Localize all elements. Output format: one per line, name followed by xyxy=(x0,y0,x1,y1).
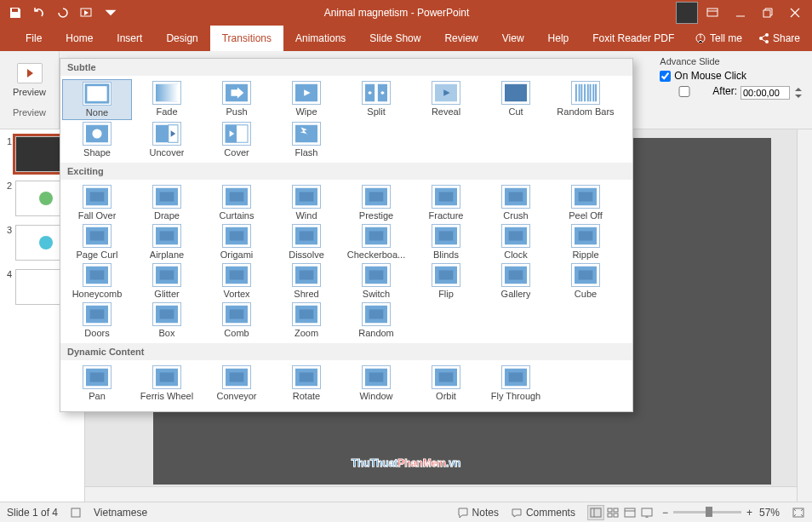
tab-transitions[interactable]: Transitions xyxy=(210,26,283,51)
tab-view[interactable]: View xyxy=(490,26,536,51)
transition-clock[interactable]: Clock xyxy=(481,222,551,261)
slideshow-button[interactable] xyxy=(638,505,655,520)
transition-cube[interactable]: Cube xyxy=(551,261,620,301)
transition-label: Box xyxy=(159,328,175,338)
svg-rect-22 xyxy=(584,84,586,101)
transition-push[interactable]: Push xyxy=(202,79,272,120)
transition-fade[interactable]: Fade xyxy=(132,79,202,120)
tab-animations[interactable]: Animations xyxy=(283,26,357,51)
ribbon-display-options-button[interactable] xyxy=(706,7,718,19)
vertical-scrollbar[interactable] xyxy=(797,129,812,502)
transition-label: Comb xyxy=(224,328,249,338)
qat-more-icon[interactable] xyxy=(104,6,117,20)
transition-crush[interactable]: Crush xyxy=(481,183,551,222)
transition-wind[interactable]: Wind xyxy=(272,183,341,222)
tab-insert[interactable]: Insert xyxy=(105,26,154,51)
save-button[interactable] xyxy=(9,6,22,20)
tab-help[interactable]: Help xyxy=(536,26,581,51)
transition-cover[interactable]: Cover xyxy=(202,120,272,159)
preview-button[interactable]: Preview xyxy=(13,63,46,97)
transition-switch[interactable]: Switch xyxy=(341,261,411,301)
transition-peel-off[interactable]: Peel Off xyxy=(551,183,620,222)
fit-to-window-button[interactable] xyxy=(792,507,805,519)
transition-shape[interactable]: Shape xyxy=(62,120,132,159)
comments-button[interactable]: Comments xyxy=(511,507,575,519)
slide-sorter-button[interactable] xyxy=(604,505,621,520)
transition-gallery[interactable]: Gallery xyxy=(481,261,551,301)
transition-fall-over[interactable]: Fall Over xyxy=(62,183,132,222)
zoom-level[interactable]: 57% xyxy=(759,507,780,519)
transition-drape[interactable]: Drape xyxy=(132,183,202,222)
transition-fly-through[interactable]: Fly Through xyxy=(481,364,551,403)
transition-orbit[interactable]: Orbit xyxy=(411,364,481,403)
zoom-slider[interactable] xyxy=(673,511,741,513)
transition-blinds[interactable]: Blinds xyxy=(411,222,481,261)
tab-review[interactable]: Review xyxy=(432,26,489,51)
transition-none[interactable]: None xyxy=(62,79,132,120)
on-mouse-click-checkbox[interactable]: On Mouse Click xyxy=(660,70,803,82)
transition-label: Cube xyxy=(575,289,597,299)
transition-ripple[interactable]: Ripple xyxy=(551,222,620,261)
tab-design[interactable]: Design xyxy=(154,26,209,51)
tab-home[interactable]: Home xyxy=(54,26,105,51)
close-button[interactable] xyxy=(790,8,800,18)
transition-rotate[interactable]: Rotate xyxy=(272,364,341,403)
transition-box[interactable]: Box xyxy=(132,301,202,340)
user-avatar[interactable] xyxy=(676,2,698,24)
transition-conveyor[interactable]: Conveyor xyxy=(202,364,272,403)
transition-doors[interactable]: Doors xyxy=(62,301,132,340)
transition-cut[interactable]: Cut xyxy=(481,79,551,120)
transition-flash[interactable]: Flash xyxy=(272,120,341,159)
transition-icon xyxy=(222,185,251,209)
zoom-in-button[interactable]: + xyxy=(746,507,752,519)
redo-button[interactable] xyxy=(56,6,70,20)
svg-rect-19 xyxy=(575,84,577,101)
horizontal-scrollbar[interactable] xyxy=(85,486,797,502)
transition-dissolve[interactable]: Dissolve xyxy=(272,222,341,261)
transition-split[interactable]: Split xyxy=(341,79,411,120)
tab-foxit[interactable]: Foxit Reader PDF xyxy=(580,26,686,51)
transition-uncover[interactable]: Uncover xyxy=(132,120,202,159)
transition-comb[interactable]: Comb xyxy=(202,301,272,340)
tell-me-button[interactable]: Tell me xyxy=(695,32,742,44)
start-from-beginning-button[interactable] xyxy=(80,6,94,20)
tab-slide-show[interactable]: Slide Show xyxy=(357,26,432,51)
transition-zoom[interactable]: Zoom xyxy=(272,301,341,340)
language-indicator[interactable]: Vietnamese xyxy=(94,507,147,519)
transition-prestige[interactable]: Prestige xyxy=(341,183,411,222)
minimize-button[interactable] xyxy=(735,8,746,18)
zoom-out-button[interactable]: − xyxy=(662,507,668,519)
transition-honeycomb[interactable]: Honeycomb xyxy=(62,261,132,301)
transition-wipe[interactable]: Wipe xyxy=(272,79,341,120)
transition-pan[interactable]: Pan xyxy=(62,364,132,403)
normal-view-button[interactable] xyxy=(587,505,604,520)
transition-vortex[interactable]: Vortex xyxy=(202,261,272,301)
after-checkbox[interactable]: After: xyxy=(660,85,737,97)
slide-counter[interactable]: Slide 1 of 4 xyxy=(7,507,58,519)
tab-file[interactable]: File xyxy=(14,26,54,51)
transition-glitter[interactable]: Glitter xyxy=(132,261,202,301)
reading-view-button[interactable] xyxy=(621,505,638,520)
undo-button[interactable] xyxy=(32,6,46,20)
transition-ferris-wheel[interactable]: Ferris Wheel xyxy=(132,364,202,403)
spell-check-icon[interactable] xyxy=(70,507,82,519)
transition-page-curl[interactable]: Page Curl xyxy=(62,222,132,261)
transition-icon xyxy=(83,263,112,287)
transition-fracture[interactable]: Fracture xyxy=(411,183,481,222)
notes-button[interactable]: Notes xyxy=(457,507,499,519)
transition-checkerboa-[interactable]: Checkerboa... xyxy=(341,222,411,261)
share-button[interactable]: Share xyxy=(758,32,800,44)
transition-curtains[interactable]: Curtains xyxy=(202,183,272,222)
after-time-input[interactable] xyxy=(741,86,790,100)
transition-airplane[interactable]: Airplane xyxy=(132,222,202,261)
spinner-icon[interactable] xyxy=(793,85,803,100)
transition-reveal[interactable]: Reveal xyxy=(411,79,481,120)
svg-rect-63 xyxy=(509,231,523,240)
transition-random[interactable]: Random xyxy=(341,301,411,340)
transition-random-bars[interactable]: Random Bars xyxy=(551,79,620,120)
transition-origami[interactable]: Origami xyxy=(202,222,272,261)
restore-button[interactable] xyxy=(763,8,773,18)
transition-shred[interactable]: Shred xyxy=(272,261,341,301)
transition-window[interactable]: Window xyxy=(341,364,411,403)
transition-flip[interactable]: Flip xyxy=(411,261,481,301)
